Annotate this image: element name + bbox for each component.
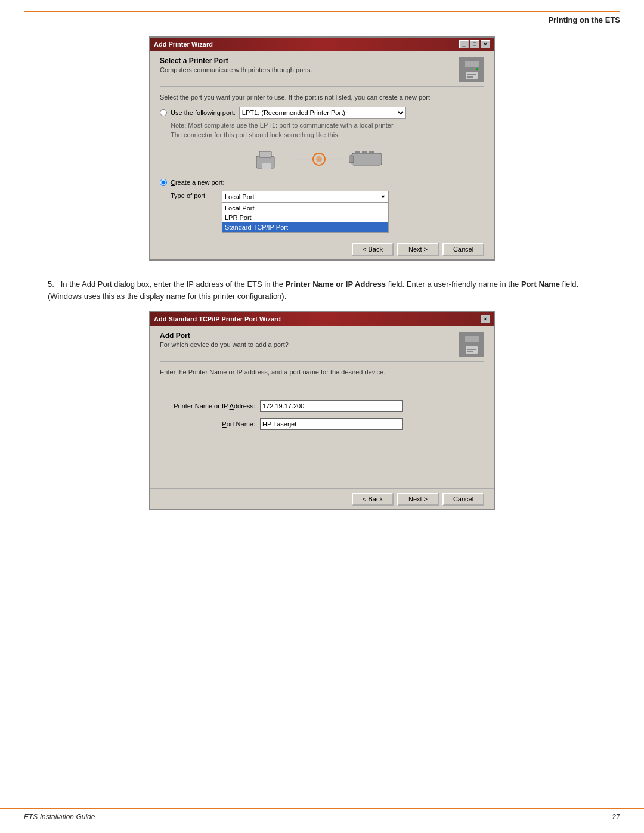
dialog1-description: Select the port you want your printer to… (160, 93, 484, 102)
dialog2-title: Add Standard TCP/IP Printer Port Wizard (154, 315, 281, 323)
dialog1-printer-icon (459, 57, 484, 82)
port-type-section: Type of port: Local Port ▼ Local Port LP… (171, 191, 484, 233)
dialog2-header-title: Add Port (160, 332, 289, 340)
dialog1-header-subtitle: Computers communicate with printers thro… (160, 66, 312, 73)
svg-rect-16 (349, 156, 354, 163)
dialog2-footer: < Back Next > Cancel (150, 488, 494, 509)
port-list-item-tcp[interactable]: Standard TCP/IP Port (222, 222, 388, 232)
port-type-label: Type of port: (171, 191, 218, 199)
svg-rect-14 (362, 151, 367, 154)
dialog2-close-btn[interactable]: × (481, 315, 490, 323)
step5-text-mid: field. Enter a user-friendly name in the (388, 280, 521, 289)
svg-point-11 (316, 156, 322, 162)
add-printer-wizard-dialog: Add Printer Wizard _ □ × Select a Printe… (149, 36, 495, 261)
svg-rect-18 (465, 336, 479, 342)
svg-rect-20 (467, 349, 476, 350)
port-type-select[interactable]: Local Port ▼ (222, 191, 389, 203)
svg-rect-8 (262, 163, 271, 169)
dialog1-create-port-row: Create a new port: (160, 179, 484, 186)
page-header: Printing on the ETS (0, 12, 644, 24)
port-list-item-local[interactable]: Local Port (222, 203, 388, 213)
step5-text: 5. In the Add Port dialog box, enter the… (48, 278, 596, 302)
dialog2-printer-icon (459, 332, 484, 357)
step5-bold2: Port Name (521, 280, 560, 289)
footer-right-text: 27 (612, 813, 620, 821)
svg-rect-4 (467, 76, 473, 78)
printer-name-row: Printer Name or IP Address: (160, 400, 484, 412)
port-name-label-text: Port Name: (222, 420, 255, 428)
port-list-item-lpr[interactable]: LPR Port (222, 213, 388, 222)
dialog1-titlebar-buttons: _ □ × (459, 40, 490, 48)
spacer1 (160, 382, 484, 400)
use-port-label[interactable]: Use the following port: (171, 109, 236, 116)
svg-rect-1 (465, 61, 479, 67)
dialog1-use-port-row: Use the following port: LPT1: (Recommend… (160, 107, 484, 119)
printer-name-label: Printer Name or IP Address: (160, 402, 255, 410)
port-name-row: Port Name: (160, 418, 484, 430)
dialog1-minimize-btn[interactable]: _ (459, 40, 469, 48)
dialog1-close-btn[interactable]: × (481, 40, 490, 48)
step5-text-part1: In the Add Port dialog box, enter the IP… (61, 280, 286, 289)
svg-rect-12 (352, 153, 382, 165)
svg-rect-13 (355, 151, 360, 154)
dialog2-titlebar-buttons: × (481, 315, 490, 323)
footer-left-text: ETS Installation Guide (24, 813, 95, 821)
use-port-label-text: Use the following port: (171, 109, 236, 116)
use-port-radio[interactable] (160, 109, 167, 116)
dialog1-description-section: Select the port you want your printer to… (160, 93, 484, 102)
port-type-dropdown-container: Local Port ▼ Local Port LPR Port Standar… (222, 191, 389, 233)
svg-rect-3 (467, 74, 476, 75)
dialog2-back-button[interactable]: < Back (352, 493, 394, 506)
dialog1-header-title: Select a Printer Port (160, 57, 312, 65)
svg-point-5 (476, 68, 478, 70)
dialog2-header-text: Add Port For which device do you want to… (160, 332, 289, 348)
dialog1-title: Add Printer Wizard (154, 41, 213, 48)
svg-rect-15 (369, 151, 374, 154)
connector-illustration (160, 144, 484, 174)
port-type-row: Type of port: Local Port ▼ Local Port LP… (171, 191, 484, 233)
svg-rect-7 (259, 151, 271, 157)
create-port-label[interactable]: Create a new port: (171, 179, 225, 186)
dropdown-arrow-icon: ▼ (380, 194, 386, 200)
spacer2 (160, 436, 484, 484)
dialog1-footer: < Back Next > Cancel (150, 239, 494, 259)
svg-rect-21 (467, 351, 473, 352)
add-tcpip-port-wizard-dialog: Add Standard TCP/IP Printer Port Wizard … (149, 311, 495, 510)
dialog1-header-text: Select a Printer Port Computers communic… (160, 57, 312, 73)
dialog2-description-section: Enter the Printer Name or IP address, an… (160, 368, 484, 377)
dialog1-next-button[interactable]: Next > (397, 243, 439, 256)
create-port-label-text: Create a new port: (171, 179, 225, 186)
dialog1-body: Select a Printer Port Computers communic… (150, 51, 494, 239)
dialog2-header-subtitle: For which device do you want to add a po… (160, 341, 289, 348)
dialog1-header-section: Select a Printer Port Computers communic… (160, 57, 484, 87)
printer-name-label-text: Printer Name or IP Address: (174, 402, 255, 410)
page-header-title: Printing on the ETS (548, 16, 620, 24)
port-dropdown[interactable]: LPT1: (Recommended Printer Port) (239, 107, 406, 119)
dialog1-note: Note: Most computers use the LPT1: port … (171, 121, 484, 140)
port-dropdown-list: Local Port LPR Port Standard TCP/IP Port (222, 203, 389, 233)
dialog1-maximize-btn[interactable]: □ (470, 40, 479, 48)
dialog1-titlebar: Add Printer Wizard _ □ × (150, 38, 494, 51)
dialog1-back-button[interactable]: < Back (352, 243, 394, 256)
dialog2-cancel-button[interactable]: Cancel (442, 493, 484, 506)
dialog2-titlebar: Add Standard TCP/IP Printer Port Wizard … (150, 312, 494, 326)
dialog2-header-section: Add Port For which device do you want to… (160, 332, 484, 362)
page-footer: ETS Installation Guide 27 (0, 808, 644, 821)
dialog2-next-button[interactable]: Next > (397, 493, 439, 506)
create-port-radio[interactable] (160, 179, 167, 186)
main-content: Add Printer Wizard _ □ × Select a Printe… (0, 24, 644, 552)
step5-number: 5. (48, 280, 58, 289)
dialog2-description: Enter the Printer Name or IP address, an… (160, 368, 484, 377)
port-name-input[interactable] (260, 418, 403, 430)
step5-bold1: Printer Name or IP Address (286, 280, 386, 289)
port-type-value: Local Port (225, 193, 255, 200)
port-name-label: Port Name: (160, 420, 255, 428)
dialog1-cancel-button[interactable]: Cancel (442, 243, 484, 256)
printer-name-input[interactable] (260, 400, 403, 412)
dialog2-body: Add Port For which device do you want to… (150, 326, 494, 488)
